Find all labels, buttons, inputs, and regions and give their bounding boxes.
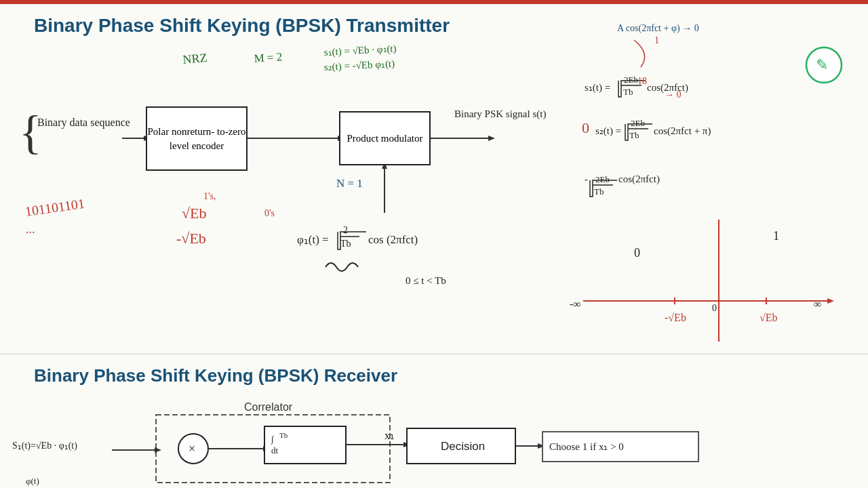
svg-text:x₁: x₁ — [384, 430, 394, 441]
svg-text:s₁(t) =: s₁(t) = — [585, 82, 610, 94]
svg-marker-65 — [155, 447, 161, 453]
product-modulator-box: Product modulator — [339, 111, 431, 165]
svg-rect-70 — [264, 426, 346, 464]
svg-text:∫: ∫ — [271, 434, 275, 445]
svg-marker-7 — [488, 136, 495, 141]
svg-text:1: 1 — [654, 35, 659, 45]
svg-marker-75 — [403, 442, 410, 447]
svg-text:S₁(t)=√Eb · φ₁(t): S₁(t)=√Eb · φ₁(t) — [12, 441, 77, 451]
svg-text:s₂(t) = -√Eb φ₁(t): s₂(t) = -√Eb φ₁(t) — [323, 58, 395, 73]
svg-text:...: ... — [26, 222, 35, 236]
svg-text:cos (2πfct): cos (2πfct) — [368, 233, 418, 246]
svg-point-83 — [806, 47, 842, 83]
svg-text:√Eb: √Eb — [182, 205, 207, 222]
svg-text:s₁(t) = √Eb · φ₁(t): s₁(t) = √Eb · φ₁(t) — [323, 43, 397, 58]
svg-text:M = 2: M = 2 — [254, 50, 283, 65]
svg-text:Tb: Tb — [629, 130, 639, 140]
svg-rect-77 — [407, 428, 515, 464]
svg-text:dt: dt — [271, 445, 279, 455]
svg-text:2Eb: 2Eb — [595, 174, 610, 184]
svg-text:Correlator: Correlator — [244, 401, 293, 413]
svg-text:-: - — [585, 174, 588, 184]
svg-text:1's,: 1's, — [203, 191, 216, 201]
svg-text:φ₁(t) =: φ₁(t) = — [297, 233, 329, 246]
svg-text:-√Eb: -√Eb — [176, 230, 206, 247]
svg-text:2: 2 — [343, 225, 348, 235]
diagram-svg: { NRZ M = 2 s₁(t) = √Eb · φ₁(t) s₂(t) = … — [0, 3, 868, 488]
svg-text:∞: ∞ — [814, 298, 821, 310]
svg-text:NRZ: NRZ — [182, 51, 208, 66]
svg-text:1: 1 — [773, 229, 779, 243]
svg-text:2Eb: 2Eb — [624, 75, 638, 85]
svg-text:Tb: Tb — [594, 186, 604, 197]
svg-rect-62 — [156, 415, 390, 483]
svg-rect-81 — [542, 432, 698, 462]
svg-text:φ(t): φ(t) — [26, 476, 39, 486]
svg-text:×: × — [189, 442, 195, 455]
binary-data-label: Binary data sequence — [37, 115, 130, 131]
polar-encoder-box: Polar nonreturn- to-zero level encoder — [146, 106, 248, 171]
transmitter-title: Binary Phase Shift Keying (BPSK) Transmi… — [34, 15, 450, 37]
svg-text:Tb: Tb — [623, 87, 633, 97]
svg-marker-80 — [538, 443, 545, 449]
svg-marker-69 — [263, 446, 270, 451]
svg-text:Tb: Tb — [340, 239, 351, 249]
svg-text:√Eb: √Eb — [760, 312, 778, 323]
svg-text:-√Eb: -√Eb — [665, 312, 686, 323]
svg-text:Decision: Decision — [441, 440, 485, 453]
svg-text:0: 0 — [582, 119, 589, 136]
receiver-title: Binary Phase Shift Keying (BPSK) Receive… — [34, 365, 397, 386]
svg-text:Choose 1 if x₁ > 0: Choose 1 if x₁ > 0 — [549, 441, 624, 452]
svg-text:0 ≤ t < Tb: 0 ≤ t < Tb — [406, 275, 446, 286]
svg-text:Tb: Tb — [279, 431, 288, 439]
svg-text:N = 1: N = 1 — [336, 177, 363, 190]
svg-text:18: 18 — [637, 76, 647, 86]
svg-text:→ 0: → 0 — [665, 89, 682, 100]
svg-text:✎: ✎ — [816, 56, 828, 73]
svg-text:cos(2πfct): cos(2πfct) — [647, 82, 688, 94]
svg-text:101101101: 101101101 — [24, 196, 85, 219]
bpsk-signal-label: Binary PSK signal s(t) — [454, 106, 546, 122]
svg-text:cos(2πfct): cos(2πfct) — [618, 174, 660, 185]
svg-marker-48 — [827, 298, 834, 304]
svg-text:-∞: -∞ — [570, 298, 581, 310]
main-page: { "transmitter": { "title": "Binary Phas… — [0, 0, 868, 488]
svg-text:0's: 0's — [264, 208, 275, 218]
svg-text:0: 0 — [634, 246, 640, 260]
svg-text:2Eb: 2Eb — [631, 118, 645, 128]
svg-text:A cos(2πfct + φ) → 0: A cos(2πfct + φ) → 0 — [617, 23, 699, 34]
svg-text:0: 0 — [712, 303, 717, 313]
svg-text:s₂(t) =: s₂(t) = — [595, 125, 621, 137]
svg-text:cos(2πfct + π): cos(2πfct + π) — [654, 125, 711, 137]
svg-point-66 — [178, 434, 208, 464]
